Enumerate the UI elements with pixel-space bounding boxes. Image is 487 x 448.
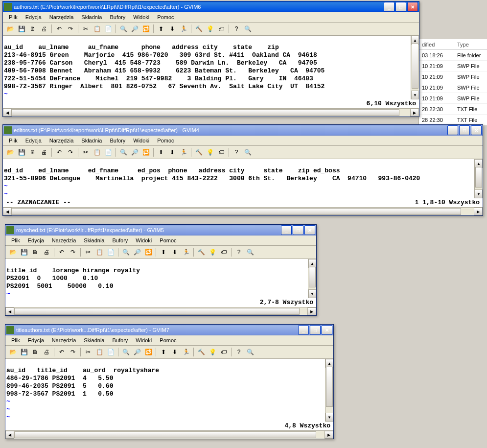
open-icon[interactable]: 📂 bbox=[7, 247, 18, 258]
find-icon[interactable]: 🔍 bbox=[120, 347, 131, 357]
explorer-row[interactable]: 10 21:09SWP File bbox=[419, 93, 487, 104]
save2-icon[interactable]: ⬇ bbox=[167, 24, 178, 34]
menu-bufory[interactable]: Bufory bbox=[109, 236, 132, 244]
save-icon[interactable]: 💾 bbox=[19, 247, 29, 258]
redo-icon[interactable]: ↷ bbox=[65, 24, 76, 34]
scroll-down-icon[interactable]: ▼ bbox=[475, 189, 483, 198]
shell-icon[interactable]: 💡 bbox=[207, 347, 218, 357]
menu-widoki[interactable]: Widoki bbox=[132, 336, 156, 344]
findnext-icon[interactable]: 🔎 bbox=[129, 147, 140, 158]
copy-icon[interactable]: 📋 bbox=[94, 347, 105, 357]
explorer-row[interactable]: 10 21:09SWP File bbox=[419, 61, 487, 71]
menu-pomoc[interactable]: Pomoc bbox=[153, 137, 178, 144]
paste-icon[interactable]: 📄 bbox=[105, 247, 116, 258]
vertical-scrollbar[interactable]: ▲ ▼ bbox=[325, 359, 333, 422]
menu-narzedzia[interactable]: Narzędzia bbox=[48, 336, 80, 344]
shell-icon[interactable]: 💡 bbox=[205, 147, 215, 158]
minimize-button[interactable]: _ bbox=[298, 325, 309, 335]
findnext-icon[interactable]: 🔎 bbox=[129, 24, 140, 34]
menu-skladnia[interactable]: Składnia bbox=[80, 236, 108, 244]
replace-icon[interactable]: 🔁 bbox=[143, 247, 154, 258]
scroll-thumb[interactable] bbox=[475, 167, 482, 188]
findhelp-icon[interactable]: 🔍 bbox=[242, 24, 253, 34]
redo-icon[interactable]: ↷ bbox=[65, 147, 76, 158]
make-icon[interactable]: 🔨 bbox=[193, 24, 204, 34]
menu-edycja[interactable]: Edycja bbox=[22, 137, 46, 144]
replace-icon[interactable]: 🔁 bbox=[140, 24, 151, 34]
minimize-button[interactable]: _ bbox=[447, 125, 458, 135]
make-icon[interactable]: 🔨 bbox=[193, 147, 204, 158]
menu-skladnia[interactable]: Składnia bbox=[77, 13, 106, 21]
horizontal-scrollbar[interactable]: ◀ ▶ bbox=[5, 430, 333, 439]
redo-icon[interactable]: ↷ bbox=[68, 347, 78, 357]
menu-edycja[interactable]: Edycja bbox=[22, 13, 46, 21]
help-icon[interactable]: ? bbox=[231, 147, 242, 158]
scroll-thumb[interactable] bbox=[309, 267, 316, 287]
open-icon[interactable]: 📂 bbox=[5, 147, 16, 158]
find-icon[interactable]: 🔍 bbox=[120, 247, 131, 258]
help-icon[interactable]: ? bbox=[233, 347, 244, 357]
tag-icon[interactable]: 🏷 bbox=[218, 247, 229, 258]
findnext-icon[interactable]: 🔎 bbox=[132, 247, 142, 258]
close-button[interactable]: ✕ bbox=[322, 325, 332, 335]
cut-icon[interactable]: ✂ bbox=[83, 347, 93, 357]
maximize-button[interactable]: □ bbox=[310, 325, 321, 335]
copy-icon[interactable]: 📋 bbox=[92, 24, 102, 34]
save-icon[interactable]: 💾 bbox=[16, 147, 27, 158]
redo-icon[interactable]: ↷ bbox=[68, 247, 78, 258]
vertical-scrollbar[interactable]: ▲ ▼ bbox=[474, 159, 483, 198]
load-icon[interactable]: ⬆ bbox=[158, 347, 169, 357]
replace-icon[interactable]: 🔁 bbox=[140, 147, 151, 158]
menu-edycja[interactable]: Edycja bbox=[24, 336, 48, 344]
maximize-button[interactable]: □ bbox=[395, 2, 406, 12]
make-icon[interactable]: 🔨 bbox=[196, 247, 207, 258]
maximize-button[interactable]: □ bbox=[293, 225, 303, 235]
titlebar[interactable]: titleauthors.txt (E:\Piotr\work...DiffRp… bbox=[5, 325, 333, 335]
shell-icon[interactable]: 💡 bbox=[205, 24, 215, 34]
saveall-icon[interactable]: 🗎 bbox=[30, 347, 41, 357]
scroll-down-icon[interactable]: ▼ bbox=[325, 413, 333, 422]
menu-plik[interactable]: Plik bbox=[7, 336, 24, 344]
menu-widoki[interactable]: Widoki bbox=[129, 13, 153, 21]
save-icon[interactable]: 💾 bbox=[19, 347, 29, 357]
editor-area[interactable]: title_id lorange hirange royalty PS2091 … bbox=[5, 259, 316, 298]
paste-icon[interactable]: 📄 bbox=[105, 347, 116, 357]
menu-bufory[interactable]: Bufory bbox=[106, 13, 130, 21]
save2-icon[interactable]: ⬇ bbox=[169, 347, 180, 357]
scroll-right-icon[interactable]: ▶ bbox=[474, 208, 483, 215]
print-icon[interactable]: 🖨 bbox=[41, 247, 52, 258]
findnext-icon[interactable]: 🔎 bbox=[132, 347, 142, 357]
menu-pomoc[interactable]: Pomoc bbox=[153, 13, 178, 21]
explorer-row[interactable]: 10 21:09SWP File bbox=[419, 82, 487, 93]
copy-icon[interactable]: 📋 bbox=[94, 247, 105, 258]
load-icon[interactable]: ⬆ bbox=[156, 24, 166, 34]
scroll-left-icon[interactable]: ◀ bbox=[3, 109, 12, 117]
tag-icon[interactable]: 🏷 bbox=[216, 24, 227, 34]
menu-widoki[interactable]: Widoki bbox=[132, 236, 156, 244]
scroll-right-icon[interactable]: ▶ bbox=[410, 109, 419, 117]
menu-pomoc[interactable]: Pomoc bbox=[156, 336, 180, 344]
load-icon[interactable]: ⬆ bbox=[156, 147, 166, 158]
undo-icon[interactable]: ↶ bbox=[56, 347, 67, 357]
tag-icon[interactable]: 🏷 bbox=[216, 147, 227, 158]
open-icon[interactable]: 📂 bbox=[7, 347, 18, 357]
explorer-row[interactable]: 28 22:30TXT File bbox=[419, 115, 487, 125]
copy-icon[interactable]: 📋 bbox=[92, 147, 102, 158]
menu-bufory[interactable]: Bufory bbox=[106, 137, 130, 144]
titlebar[interactable]: editors.txt (E:\Piotr\work\lreport\work\… bbox=[3, 125, 483, 136]
explorer-row[interactable]: 03 18:26File folder bbox=[419, 50, 487, 61]
run-icon[interactable]: 🏃 bbox=[181, 347, 191, 357]
scroll-thumb[interactable] bbox=[412, 44, 418, 89]
titlebar[interactable]: authors.txt (E:\Piotr\work\lreport\work\… bbox=[3, 1, 419, 12]
menu-plik[interactable]: Plik bbox=[5, 137, 22, 144]
findhelp-icon[interactable]: 🔍 bbox=[245, 247, 255, 258]
menu-plik[interactable]: Plik bbox=[5, 13, 22, 21]
scroll-thumb[interactable] bbox=[326, 367, 333, 407]
help-icon[interactable]: ? bbox=[233, 247, 244, 258]
horizontal-scrollbar[interactable]: ◀ ▶ bbox=[5, 307, 316, 315]
scroll-thumb[interactable] bbox=[12, 109, 399, 116]
scroll-left-icon[interactable]: ◀ bbox=[3, 208, 12, 215]
print-icon[interactable]: 🖨 bbox=[39, 24, 49, 34]
saveall-icon[interactable]: 🗎 bbox=[27, 24, 38, 34]
scroll-right-icon[interactable]: ▶ bbox=[325, 431, 333, 439]
